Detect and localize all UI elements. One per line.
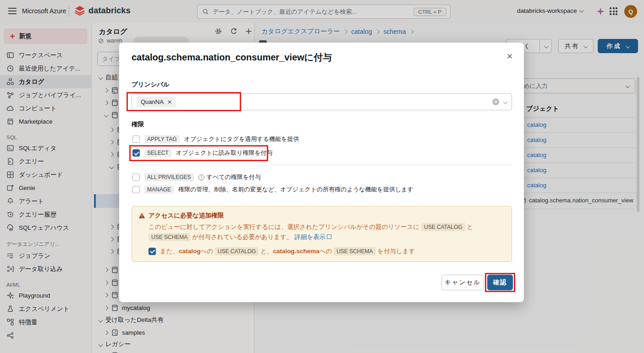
permission-badge: APPLY TAG: [144, 135, 179, 143]
manage-checkbox[interactable]: [132, 186, 140, 193]
use-catalog-badge: USE CATALOG: [421, 223, 465, 231]
warning-triangle-icon: [138, 212, 145, 219]
permission-row-all-privileges: ALL PRIVILEGES i すべての権限を付与: [132, 171, 261, 183]
additional-permissions-warning: アクセスに必要な追加権限 このビューに対してアクションを実行するには、選択された…: [132, 206, 512, 262]
info-icon: i: [198, 174, 204, 180]
warning-title-row: アクセスに必要な追加権限: [138, 212, 505, 220]
principal-input[interactable]: QuanNA ✕ ✕: [132, 93, 512, 110]
grant-parent-permissions-row: また、catalogへの USE CATALOG と、catalog.schem…: [149, 247, 505, 255]
use-schema-badge: USE SCHEMA: [334, 247, 375, 255]
grant-parent-checkbox[interactable]: [149, 248, 156, 255]
grant-modal: catalog.schema.nation_consumer_viewに付与 ✕…: [119, 43, 524, 302]
permission-row-apply-tag: APPLY TAG オブジェクトにタグを適用する機能を提供: [132, 133, 299, 145]
warning-body: このビューに対してアクションを実行するには、選択されたプリンシパルがその親のリソ…: [138, 222, 505, 243]
modal-title: catalog.schema.nation_consumer_viewに付与: [132, 51, 332, 64]
remove-tag-icon[interactable]: ✕: [167, 99, 172, 105]
select-checkbox[interactable]: [132, 149, 140, 157]
cancel-button[interactable]: キャンセル: [441, 275, 484, 290]
principal-tag[interactable]: QuanNA ✕: [137, 97, 176, 107]
details-link[interactable]: 詳細を表示: [294, 234, 325, 240]
clear-input-icon[interactable]: ✕: [492, 98, 499, 105]
all-privileges-checkbox[interactable]: [132, 174, 140, 181]
permissions-label: 権限: [132, 120, 144, 129]
divider: [132, 165, 512, 165]
chevron-down-icon: [503, 100, 508, 104]
permission-badge: ALL PRIVILEGES: [144, 173, 194, 181]
app-root: Microsoft Azure databricks データ、ノートブック、最近…: [0, 0, 644, 353]
use-catalog-badge: USE CATALOG: [215, 247, 259, 255]
permission-row-select: SELECT オブジェクトに読み取り権限を付与: [132, 147, 273, 159]
external-link-icon: [327, 234, 331, 239]
catalog-name: catalog: [179, 248, 200, 255]
permission-badge: SELECT: [144, 149, 171, 157]
use-schema-badge: USE SCHEMA: [149, 233, 190, 241]
principal-label: プリンシパル: [132, 81, 170, 89]
permission-row-manage: MANAGE 権限の管理、削除、名前の変更など、オブジェクトの所有権のような機能…: [132, 184, 413, 196]
confirm-button[interactable]: 確認: [487, 275, 513, 290]
permission-badge: MANAGE: [144, 185, 174, 194]
close-icon[interactable]: ✕: [505, 51, 515, 61]
apply-tag-checkbox[interactable]: [132, 136, 140, 143]
schema-name: catalog.schema: [273, 248, 319, 255]
